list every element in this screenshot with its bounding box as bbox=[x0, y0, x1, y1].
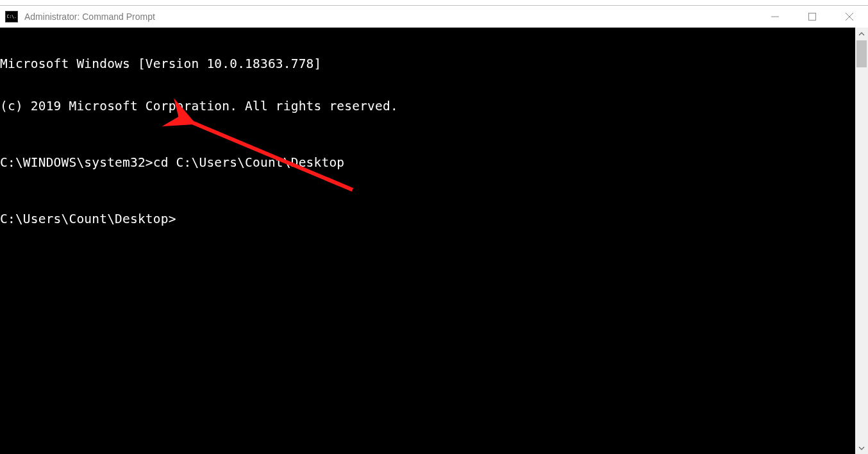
svg-rect-1 bbox=[809, 13, 816, 21]
scroll-up-button[interactable] bbox=[855, 28, 868, 40]
close-button[interactable] bbox=[831, 6, 868, 28]
scroll-thumb[interactable] bbox=[856, 40, 867, 67]
terminal-line: Microsoft Windows [Version 10.0.18363.77… bbox=[0, 57, 855, 71]
minimize-button[interactable] bbox=[756, 6, 794, 28]
client-area: Microsoft Windows [Version 10.0.18363.77… bbox=[0, 28, 868, 454]
terminal-output[interactable]: Microsoft Windows [Version 10.0.18363.77… bbox=[0, 28, 855, 454]
window-controls bbox=[756, 6, 868, 28]
scroll-track[interactable] bbox=[855, 40, 868, 442]
window-title: Administrator: Command Prompt bbox=[24, 12, 155, 22]
terminal-prompt: C:\Users\Count\Desktop> bbox=[0, 212, 855, 226]
maximize-button[interactable] bbox=[794, 6, 831, 28]
titlebar[interactable]: C:\. Administrator: Command Prompt bbox=[0, 6, 868, 28]
cmd-icon-glyph: C:\. bbox=[7, 15, 17, 19]
terminal-line: (c) 2019 Microsoft Corporation. All righ… bbox=[0, 99, 855, 114]
command-prompt-window: C:\. Administrator: Command Prompt Micro… bbox=[0, 5, 868, 454]
terminal-line: C:\WINDOWS\system32>cd C:\Users\Count\De… bbox=[0, 156, 855, 170]
vertical-scrollbar[interactable] bbox=[855, 28, 868, 454]
cmd-icon: C:\. bbox=[5, 11, 18, 22]
scroll-down-button[interactable] bbox=[855, 442, 868, 454]
